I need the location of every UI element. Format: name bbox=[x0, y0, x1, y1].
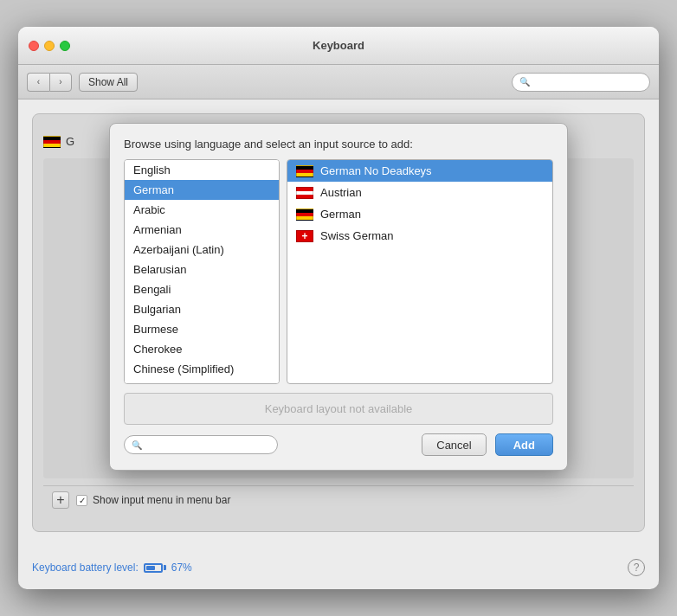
cancel-button[interactable]: Cancel bbox=[422, 433, 486, 456]
source-label-swiss-german: Swiss German bbox=[320, 229, 394, 242]
source-label-austrian: Austrian bbox=[320, 186, 362, 199]
dialog-lists: English German Arabic Armenian Azerbaija… bbox=[124, 159, 553, 384]
battery-info: Keyboard battery level: 67% bbox=[32, 561, 192, 574]
lang-item-belarusian[interactable]: Belarusian bbox=[125, 260, 279, 279]
help-button[interactable]: ? bbox=[628, 559, 645, 576]
toolbar-search[interactable]: 🔍 bbox=[512, 73, 650, 92]
keyboard-preview: Keyboard layout not available bbox=[124, 393, 553, 425]
add-input-source-dialog-overlay: Browse using language and select an inpu… bbox=[33, 114, 644, 531]
traffic-lights bbox=[29, 41, 70, 51]
show-all-button[interactable]: Show All bbox=[79, 73, 138, 92]
flag-at-icon bbox=[296, 187, 313, 199]
keyboard-window: Keyboard ‹ › Show All 🔍 Browse using lan… bbox=[18, 27, 659, 589]
help-icon: ? bbox=[634, 561, 640, 574]
close-button[interactable] bbox=[29, 41, 39, 51]
dialog-search-input-field[interactable] bbox=[145, 439, 270, 451]
source-item-german[interactable]: German bbox=[287, 203, 552, 225]
forward-icon: › bbox=[59, 77, 61, 87]
minimize-button[interactable] bbox=[44, 41, 55, 51]
source-item-austrian[interactable]: Austrian bbox=[287, 182, 552, 203]
window-title: Keyboard bbox=[313, 39, 364, 52]
dialog-instruction: Browse using language and select an inpu… bbox=[124, 138, 553, 151]
dialog-buttons: Cancel Add bbox=[422, 433, 553, 456]
lang-item-chinese-simplified[interactable]: Chinese (Simplified) bbox=[125, 359, 279, 379]
flag-de2-icon bbox=[296, 209, 313, 221]
lang-item-azerbaijani[interactable]: Azerbaijani (Latin) bbox=[125, 240, 279, 260]
battery-label: Keyboard battery level: bbox=[32, 561, 139, 574]
source-item-german-no-deadkeys[interactable]: German No Deadkeys bbox=[287, 160, 552, 182]
keyboard-preview-text: Keyboard layout not available bbox=[265, 402, 413, 415]
battery-tip bbox=[164, 565, 166, 570]
nav-buttons: ‹ › bbox=[27, 73, 72, 92]
lang-item-bulgarian[interactable]: Bulgarian bbox=[125, 299, 279, 319]
battery-fill bbox=[146, 566, 156, 570]
back-icon: ‹ bbox=[37, 77, 40, 87]
dialog-search[interactable]: 🔍 bbox=[124, 435, 278, 454]
keyboard-panel: Browse using language and select an inpu… bbox=[32, 113, 645, 532]
forward-button[interactable]: › bbox=[49, 73, 72, 92]
search-icon: 🔍 bbox=[519, 77, 530, 87]
lang-item-german[interactable]: German bbox=[125, 180, 279, 200]
lang-item-english[interactable]: English bbox=[125, 160, 279, 180]
input-source-list[interactable]: German No Deadkeys Austrian German bbox=[287, 159, 553, 384]
source-label-german-no-deadkeys: German No Deadkeys bbox=[320, 164, 432, 177]
dialog-search-icon: 🔍 bbox=[132, 440, 142, 450]
lang-item-burmese[interactable]: Burmese bbox=[125, 319, 279, 339]
bottom-bar: Keyboard battery level: 67% ? bbox=[18, 546, 659, 589]
dialog-footer: 🔍 Cancel Add bbox=[124, 433, 553, 456]
toolbar: ‹ › Show All 🔍 bbox=[18, 65, 659, 99]
battery-percent: 67% bbox=[171, 561, 192, 574]
add-button[interactable]: Add bbox=[495, 433, 553, 456]
language-list[interactable]: English German Arabic Armenian Azerbaija… bbox=[124, 159, 280, 384]
battery-body bbox=[144, 563, 163, 573]
title-bar: Keyboard bbox=[18, 27, 659, 65]
lang-item-armenian[interactable]: Armenian bbox=[125, 220, 279, 240]
flag-ch-icon bbox=[296, 230, 313, 242]
battery-icon bbox=[144, 563, 166, 573]
lang-item-bengali[interactable]: Bengali bbox=[125, 279, 279, 299]
flag-de-icon bbox=[296, 165, 313, 177]
back-button[interactable]: ‹ bbox=[27, 73, 49, 92]
lang-item-chinese-traditional[interactable]: Chinese (Traditional) bbox=[125, 379, 279, 384]
toolbar-search-input[interactable] bbox=[533, 76, 642, 88]
content-area: Browse using language and select an inpu… bbox=[18, 99, 659, 546]
source-item-swiss-german[interactable]: Swiss German bbox=[287, 225, 552, 247]
add-input-source-dialog: Browse using language and select an inpu… bbox=[109, 123, 568, 471]
maximize-button[interactable] bbox=[60, 41, 70, 51]
lang-item-arabic[interactable]: Arabic bbox=[125, 200, 279, 220]
source-label-german: German bbox=[320, 208, 361, 221]
lang-item-cherokee[interactable]: Cherokee bbox=[125, 339, 279, 359]
